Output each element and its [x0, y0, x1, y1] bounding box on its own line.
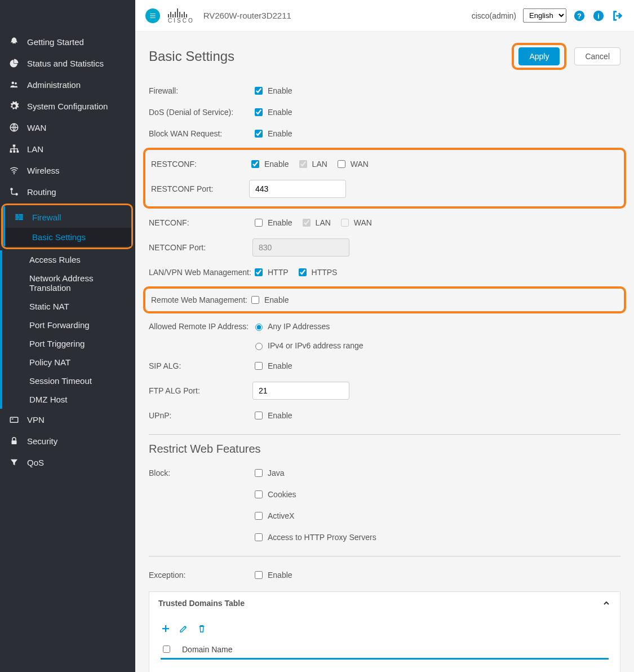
sidebar-label: VPN	[27, 415, 45, 425]
sidebar-label: LAN	[27, 144, 43, 154]
device-name: RV260W-router3D2211	[203, 11, 291, 20]
label-dos: DoS (Denial of Service):	[149, 108, 252, 117]
chevron-up-icon[interactable]	[602, 599, 611, 608]
sidebar-item-routing[interactable]: Routing	[0, 181, 135, 202]
chk-label: ActiveX	[268, 511, 294, 520]
label-netconf-port: NETCONF Port:	[149, 243, 252, 252]
chk-lanvpn-https[interactable]	[299, 268, 307, 276]
sidebar-item-access-rules[interactable]: Access Rules	[2, 250, 135, 269]
sidebar-item-dmz-host[interactable]: DMZ Host	[2, 390, 135, 409]
trusted-title: Trusted Domains Table	[158, 599, 245, 608]
radio-ip-range[interactable]	[255, 343, 263, 350]
row-sip-alg: SIP ALG: Enable	[149, 355, 620, 377]
divider	[149, 434, 620, 435]
row-netconf-port: NETCONF Port:	[149, 233, 620, 262]
sidebar-item-admin[interactable]: Administration	[0, 74, 135, 95]
trusted-domains-panel: Trusted Domains Table Domain Name	[149, 591, 620, 672]
chk-label: Enable	[268, 218, 292, 227]
chk-label: LAN	[316, 218, 331, 227]
col-domain-name: Domain Name	[182, 645, 232, 654]
chk-label: Enable	[268, 361, 292, 370]
chk-blockwan-enable[interactable]	[255, 130, 263, 138]
chart-pie-icon	[8, 57, 20, 69]
sidebar-item-lan[interactable]: LAN	[0, 138, 135, 160]
sidebar-item-sysconfig[interactable]: System Configuration	[0, 95, 135, 117]
chk-label: Java	[268, 468, 285, 478]
info-icon[interactable]: i	[592, 10, 605, 22]
label-upnp: UPnP:	[149, 411, 252, 420]
globe-icon	[8, 121, 20, 134]
sidebar-label: Network Address Translation	[29, 273, 127, 293]
chk-label: Enable	[264, 160, 289, 169]
sidebar-item-port-triggering[interactable]: Port Triggering	[2, 334, 135, 353]
input-ftp-alg-port[interactable]	[252, 382, 349, 400]
sidebar-item-qos[interactable]: QoS	[0, 452, 135, 473]
svg-point-7	[14, 173, 15, 174]
chk-block-cookies[interactable]	[255, 490, 263, 498]
chk-block-proxy[interactable]	[255, 533, 263, 541]
chk-remote-enable[interactable]	[251, 296, 259, 304]
chk-label: Enable	[268, 129, 292, 138]
chk-sip-alg[interactable]	[255, 362, 263, 370]
chk-label: Enable	[268, 86, 292, 95]
chk-block-activex[interactable]	[255, 512, 263, 520]
row-firewall: Firewall: Enable	[149, 80, 620, 101]
svg-rect-16	[10, 417, 18, 422]
sidebar-item-security[interactable]: Security	[0, 430, 135, 452]
sidebar-item-basic-settings[interactable]: Basic Settings	[5, 228, 131, 246]
svg-rect-15	[19, 218, 23, 220]
apply-button[interactable]: Apply	[518, 47, 560, 65]
language-select[interactable]: English	[523, 8, 566, 23]
row-blockwan: Block WAN Request: Enable	[149, 123, 620, 144]
chk-block-java[interactable]	[255, 469, 263, 477]
input-restconf-port[interactable]	[249, 180, 346, 198]
restrict-title: Restrict Web Features	[149, 443, 620, 456]
svg-rect-3	[13, 145, 16, 147]
route-icon	[8, 185, 20, 198]
sidebar-item-policy-nat[interactable]: Policy NAT	[2, 353, 135, 372]
sidebar-item-session-timeout[interactable]: Session Timeout	[2, 372, 135, 390]
sidebar-firewall-highlight: Firewall Basic Settings Access Rules Net…	[0, 204, 135, 409]
chk-label: WAN	[351, 160, 369, 169]
chk-restconf-wan[interactable]	[338, 160, 345, 168]
chk-label: Access to HTTP Proxy Servers	[268, 533, 376, 542]
sidebar-label: Security	[27, 436, 57, 446]
label-restconf: RESTCONF:	[151, 160, 249, 169]
chk-lanvpn-http[interactable]	[255, 268, 263, 276]
lock-icon	[8, 435, 20, 447]
sidebar-item-firewall[interactable]: Firewall	[5, 206, 131, 228]
sidebar-label: Session Timeout	[29, 376, 92, 386]
sidebar-item-wan[interactable]: WAN	[0, 117, 135, 138]
svg-rect-18	[12, 440, 17, 444]
chk-exception[interactable]	[255, 571, 263, 579]
sidebar-item-static-nat[interactable]: Static NAT	[2, 297, 135, 316]
radio-label: IPv4 or IPv6 address range	[268, 341, 363, 350]
sidebar-item-getting-started[interactable]: Getting Started	[0, 31, 135, 52]
row-block: Block: Java	[149, 462, 620, 484]
chk-select-all[interactable]	[163, 646, 170, 653]
add-icon[interactable]	[161, 624, 171, 634]
label-firewall: Firewall:	[149, 86, 252, 95]
delete-icon[interactable]	[197, 624, 207, 634]
sidebar-item-wireless[interactable]: Wireless	[0, 160, 135, 181]
sidebar-item-vpn[interactable]: VPN	[0, 409, 135, 430]
edit-icon[interactable]	[179, 624, 189, 634]
chk-firewall-enable[interactable]	[255, 87, 263, 95]
sidebar-label: Basic Settings	[32, 232, 86, 242]
label-blockwan: Block WAN Request:	[149, 129, 252, 138]
sidebar-label: Wireless	[27, 166, 60, 175]
chk-netconf-enable[interactable]	[255, 219, 263, 227]
chk-dos-enable[interactable]	[255, 108, 263, 116]
sidebar-item-status[interactable]: Status and Statistics	[0, 52, 135, 74]
sidebar-label: Access Rules	[29, 255, 81, 264]
help-icon[interactable]: ?	[573, 10, 586, 22]
sidebar-item-port-forwarding[interactable]: Port Forwarding	[2, 316, 135, 334]
cancel-button[interactable]: Cancel	[574, 47, 620, 65]
row-allowed-ip-range: IPv4 or IPv6 address range	[149, 336, 620, 355]
logout-icon[interactable]	[611, 10, 624, 22]
menu-toggle-icon[interactable]	[145, 8, 160, 23]
radio-any-ip[interactable]	[255, 324, 263, 331]
sidebar-item-nat[interactable]: Network Address Translation	[2, 269, 135, 297]
chk-restconf-enable[interactable]	[251, 160, 259, 168]
chk-upnp[interactable]	[255, 412, 263, 419]
